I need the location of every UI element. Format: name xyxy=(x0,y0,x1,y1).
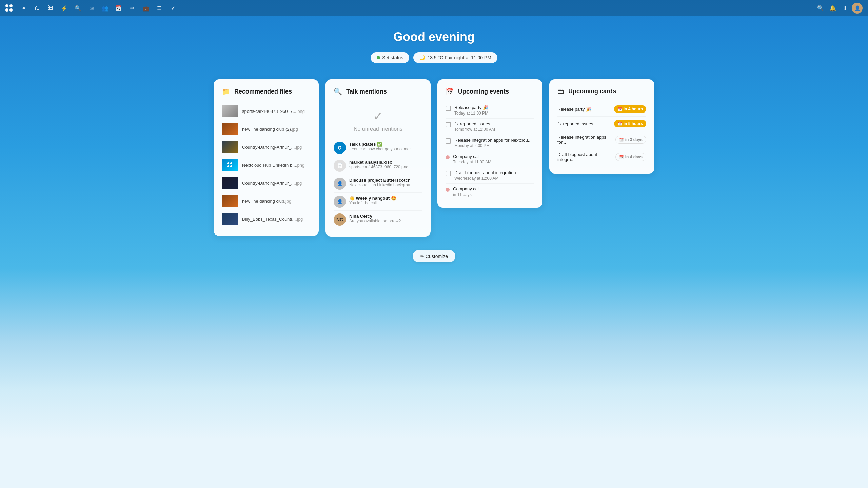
event-time: Today at 11:00 PM xyxy=(454,111,488,116)
ucard-badge: 📅 in 4 days xyxy=(615,153,646,161)
recommended-files-card: 📁 Recommended files sports-car-146873_96… xyxy=(214,79,319,236)
file-item[interactable]: Country-Dancing-Arthur_....jpg xyxy=(222,174,311,192)
mention-sub: - You can now change your camer... xyxy=(349,147,414,151)
event-details: Company call in 11 days xyxy=(453,186,480,197)
mention-avatar: Q xyxy=(334,142,346,154)
ucard-name: Release party 🎉 xyxy=(557,107,611,112)
main-content: Good evening Set status 🌙 13.5 °C Fair n… xyxy=(0,16,868,283)
upcoming-card-item[interactable]: fix reported issues 📅 in 5 hours xyxy=(557,117,646,131)
download-icon[interactable]: ⬇ xyxy=(840,3,850,14)
ucard-badge: 📅 in 3 days xyxy=(615,136,646,144)
mention-content: Talk updates ✅ - You can now change your… xyxy=(349,142,414,151)
mention-item[interactable]: 👤 👋 Weekly hangout 🤩 You left the call xyxy=(334,193,422,211)
nav-icon-files[interactable]: 🗂 xyxy=(32,3,43,14)
ucard-badge-text: in 5 hours xyxy=(624,121,643,126)
customize-button[interactable]: ✏ Customize xyxy=(413,250,455,262)
upcoming-events-title: Upcoming events xyxy=(458,88,509,95)
notifications-icon[interactable]: 🔔 xyxy=(827,3,838,14)
recommended-files-title: Recommended files xyxy=(234,88,292,95)
checkmark-icon: ✓ xyxy=(373,109,383,123)
file-name: Country-Dancing-Arthur_....jpg xyxy=(242,145,302,150)
file-thumbnail xyxy=(222,213,238,225)
ucard-badge-text: in 3 days xyxy=(625,137,643,142)
folder-icon: 📁 xyxy=(222,87,230,96)
upcoming-cards-card: 🗃 Upcoming cards Release party 🎉 📅 in 4 … xyxy=(549,79,654,174)
weather-label: 13.5 °C Fair night at 11:00 PM xyxy=(427,55,491,60)
calendar-small-icon: 📅 xyxy=(617,107,622,111)
set-status-button[interactable]: Set status xyxy=(371,52,409,63)
talk-mentions-header: 🔍 Talk mentions xyxy=(334,87,422,96)
mention-title: 👋 Weekly hangout 🤩 xyxy=(349,196,396,201)
deck-icon: 🗃 xyxy=(557,87,564,95)
ucard-name: Release integration apps for... xyxy=(557,135,613,145)
file-item[interactable]: Country-Dancing-Arthur_....jpg xyxy=(222,138,311,156)
nav-icon-contacts[interactable]: 👥 xyxy=(100,3,111,14)
talk-icon: 🔍 xyxy=(334,87,342,96)
nav-icon-tasks-check[interactable]: ✔ xyxy=(167,3,178,14)
event-item: Company call in 11 days xyxy=(446,184,534,200)
nav-icon-calendar[interactable]: 📅 xyxy=(113,3,124,14)
mention-item[interactable]: 👤 Discuss project Butterscotch Nextcloud… xyxy=(334,175,422,193)
event-details: Company call Tuesday at 11:00 AM xyxy=(453,154,491,164)
file-name: Billy_Bobs_Texas_Countr....jpg xyxy=(242,217,303,222)
customize-label: ✏ Customize xyxy=(420,253,448,259)
mention-item[interactable]: 📄 market analysis.xlsx sports-car-146873… xyxy=(334,157,422,175)
event-checkbox[interactable] xyxy=(446,122,451,127)
upcoming-card-item[interactable]: Release party 🎉 📅 in 4 hours xyxy=(557,102,646,117)
nav-icon-activity[interactable]: ⚡ xyxy=(59,3,70,14)
mention-content: Discuss project Butterscotch Nextcloud H… xyxy=(349,178,413,187)
event-name: fix reported issues xyxy=(454,121,495,126)
event-dot-icon xyxy=(446,188,450,192)
mention-content: market analysis.xlsx sports-car-146873_9… xyxy=(349,160,408,169)
nav-icon-mail[interactable]: ✉ xyxy=(86,3,97,14)
set-status-label: Set status xyxy=(382,55,403,60)
calendar-small-icon: 📅 xyxy=(619,155,624,159)
file-name: sports-car-146873_960_7....png xyxy=(242,109,305,114)
event-item: Company call Tuesday at 11:00 AM xyxy=(446,151,534,167)
mention-content: 👋 Weekly hangout 🤩 You left the call xyxy=(349,196,396,205)
weather-button[interactable]: 🌙 13.5 °C Fair night at 11:00 PM xyxy=(413,52,497,63)
event-checkbox[interactable] xyxy=(446,106,451,111)
status-bar: Set status 🌙 13.5 °C Fair night at 11:00… xyxy=(371,52,497,63)
status-dot-icon xyxy=(377,56,380,59)
file-thumbnail xyxy=(222,177,238,189)
ucard-badge: 📅 in 5 hours xyxy=(614,120,646,127)
topbar-right: 🔍 🔔 ⬇ 👤 xyxy=(815,3,863,14)
nav-icon-notes[interactable]: ✏ xyxy=(127,3,138,14)
nav-icon-search[interactable]: 🔍 xyxy=(73,3,83,14)
file-item[interactable]: sports-car-146873_960_7....png xyxy=(222,102,311,120)
nav-icon-photos[interactable]: 🖼 xyxy=(45,3,56,14)
file-item[interactable]: new line dancing club.jpg xyxy=(222,192,311,210)
search-icon[interactable]: 🔍 xyxy=(815,3,826,14)
file-name: new line dancing club.jpg xyxy=(242,199,291,204)
event-item: fix reported issues Tomorrow at 12:00 AM xyxy=(446,119,534,135)
file-item[interactable]: Billy_Bobs_Texas_Countr....jpg xyxy=(222,210,311,228)
file-name: Country-Dancing-Arthur_....jpg xyxy=(242,181,302,186)
event-item: Draft blogpost about integration Wednesd… xyxy=(446,167,534,184)
upcoming-card-item[interactable]: Release integration apps for... 📅 in 3 d… xyxy=(557,131,646,148)
event-time: Wednesday at 12:00 AM xyxy=(454,176,516,181)
event-checkbox[interactable] xyxy=(446,171,451,176)
upcoming-card-item[interactable]: Draft blogpost about integra... 📅 in 4 d… xyxy=(557,148,646,165)
mention-title: Nina Cercy xyxy=(349,214,401,219)
file-item[interactable]: new line dancing club (2).jpg xyxy=(222,120,311,138)
nav-icon-circle[interactable]: ● xyxy=(18,3,29,14)
mention-sub: Nextcloud Hub Linkedin backgrou... xyxy=(349,183,413,187)
nav-icon-briefcase[interactable]: 💼 xyxy=(140,3,151,14)
mention-title: market analysis.xlsx xyxy=(349,160,408,165)
event-details: Release party 🎉 Today at 11:00 PM xyxy=(454,105,488,116)
event-name: Draft blogpost about integration xyxy=(454,170,516,175)
user-avatar[interactable]: 👤 xyxy=(852,3,863,14)
file-item[interactable]: Nextcloud Hub Linkedin b....png xyxy=(222,156,311,174)
upcoming-events-card: 📅 Upcoming events Release party 🎉 Today … xyxy=(437,79,542,208)
event-time: Monday at 2:00 PM xyxy=(454,143,532,148)
mention-item[interactable]: NC Nina Cercy Are you available tomorrow… xyxy=(334,211,422,228)
event-checkbox[interactable] xyxy=(446,138,451,144)
app-logo[interactable] xyxy=(5,4,13,12)
recommended-files-header: 📁 Recommended files xyxy=(222,87,311,96)
nav-icon-tasks-list[interactable]: ☰ xyxy=(154,3,165,14)
mention-item[interactable]: Q Talk updates ✅ - You can now change yo… xyxy=(334,139,422,157)
event-time: in 11 days xyxy=(453,192,480,197)
mention-sub: You left the call xyxy=(349,201,396,205)
event-item: Release integration apps for Nextclou...… xyxy=(446,135,534,151)
